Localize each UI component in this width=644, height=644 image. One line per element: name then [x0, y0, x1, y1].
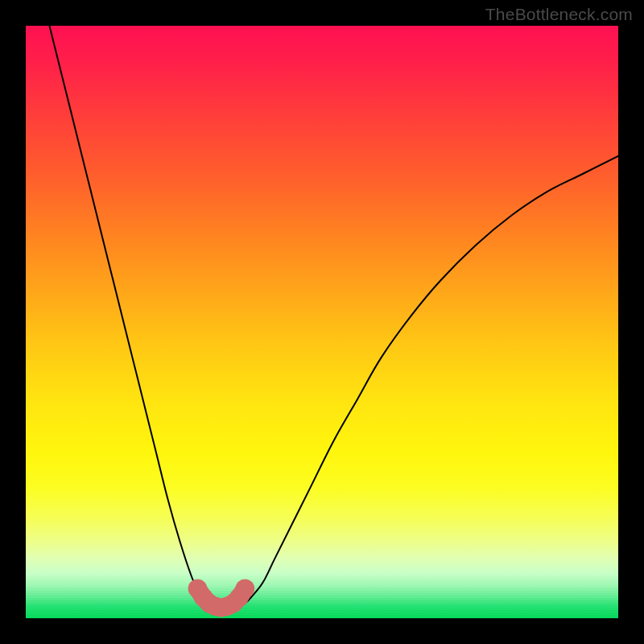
- bottom-band-stripes: [26, 562, 618, 618]
- watermark-text: TheBottleneck.com: [485, 5, 633, 24]
- bottleneck-u-stroke: [197, 588, 245, 608]
- bottleneck-marker: [212, 598, 231, 617]
- bottleneck-marker: [229, 588, 249, 607]
- bottleneck-marker: [224, 594, 243, 613]
- bottleneck-marker: [206, 597, 225, 617]
- bottleneck-marker: [188, 579, 208, 598]
- outer-black-frame: TheBottleneck.com: [0, 0, 644, 644]
- plot-area: [26, 26, 618, 618]
- bottleneck-marker: [200, 594, 219, 613]
- bottleneck-marker: [194, 588, 213, 607]
- bottleneck-marker: [217, 597, 237, 617]
- curve-right-branch: [239, 156, 618, 606]
- bottleneck-marker: [236, 579, 255, 598]
- curve-overlay: [26, 26, 618, 618]
- curve-left-branch: [49, 26, 215, 606]
